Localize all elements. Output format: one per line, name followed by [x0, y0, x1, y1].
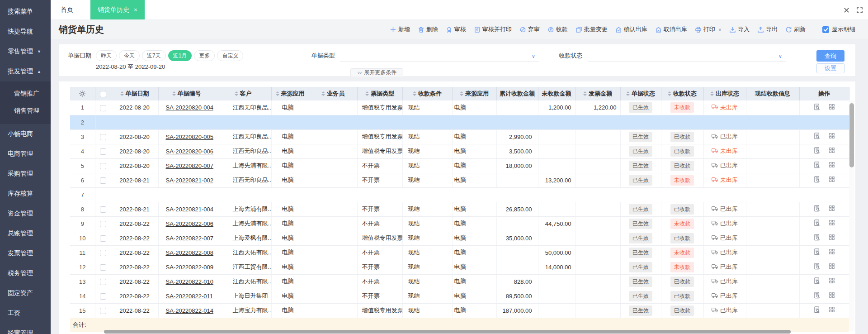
tab-close-icon[interactable]: × — [134, 6, 137, 13]
discard-audit-button[interactable]: 弃审 — [520, 25, 540, 33]
date-preset-3[interactable]: 近1月 — [168, 50, 192, 61]
more-actions-grid-icon[interactable] — [829, 234, 835, 241]
doc-no-link[interactable]: SA-20220822-008 — [166, 249, 214, 256]
column-header-5[interactable]: 票据类型 — [357, 87, 402, 100]
close-window-icon[interactable] — [844, 7, 849, 13]
more-actions-grid-icon[interactable] — [829, 248, 835, 255]
doc-no-link[interactable]: SA-20220820-005 — [166, 134, 214, 140]
column-header-9[interactable]: 未收款金额 — [538, 87, 575, 100]
row-checkbox[interactable] — [100, 163, 106, 169]
view-detail-icon[interactable] — [814, 219, 821, 226]
doc-no-link[interactable]: SA-20220820-004 — [166, 104, 214, 111]
doc-no-link[interactable]: SA-20220822-010 — [166, 278, 214, 285]
row-checkbox[interactable] — [100, 206, 106, 213]
view-detail-icon[interactable] — [814, 176, 821, 183]
sidebar-item-9[interactable]: 库存核算 — [0, 184, 51, 204]
row-checkbox[interactable] — [100, 308, 106, 314]
column-header-13[interactable]: 出库状态 — [703, 87, 746, 100]
column-header-12[interactable]: 收款状态 — [661, 87, 703, 100]
more-actions-grid-icon[interactable] — [829, 205, 835, 212]
view-detail-icon[interactable] — [814, 205, 821, 212]
date-preset-2[interactable]: 近7天 — [142, 50, 166, 61]
fullscreen-icon[interactable] — [857, 7, 863, 13]
view-detail-icon[interactable] — [814, 263, 821, 270]
row-checkbox[interactable] — [100, 177, 106, 184]
row-checkbox[interactable] — [100, 221, 106, 227]
import-button[interactable]: 导入 — [730, 25, 750, 33]
sidebar-item-16[interactable]: 经营管理 — [0, 323, 51, 334]
tab-sales-history[interactable]: 销货单历史 × — [90, 0, 145, 19]
more-actions-grid-icon[interactable] — [829, 133, 835, 139]
sidebar-item-6[interactable]: 小畅电商 — [0, 124, 51, 144]
add-button[interactable]: 新增 — [390, 25, 410, 33]
row-checkbox[interactable] — [100, 279, 106, 285]
select-all-checkbox[interactable] — [100, 91, 106, 97]
date-preset-0[interactable]: 昨天 — [96, 50, 117, 61]
doc-no-link[interactable]: SA-20220821-004 — [166, 206, 214, 213]
table-row-selected[interactable]: 2 — [70, 115, 849, 129]
date-preset-4[interactable]: 更多 — [194, 50, 215, 61]
receive-payment-button[interactable]: 收款 — [548, 25, 568, 33]
column-header-14[interactable]: 现结收款信息 — [746, 87, 799, 100]
column-header-4[interactable]: 业务员 — [309, 87, 357, 100]
column-header-0[interactable]: 单据日期 — [111, 87, 158, 100]
column-header-10[interactable]: 发票金额 — [575, 87, 620, 100]
table-row[interactable]: 42022-08-20SA-20220820-006江西无印良品...电脑增值税… — [70, 144, 849, 158]
column-header-3[interactable]: 来源应用 — [271, 87, 309, 100]
sidebar-item-12[interactable]: 发票管理 — [0, 243, 51, 263]
doc-no-link[interactable]: SA-20220821-002 — [166, 177, 214, 184]
column-settings-header[interactable] — [70, 87, 95, 100]
doc-type-select[interactable]: ∨ — [340, 50, 539, 62]
view-detail-icon[interactable] — [814, 162, 821, 168]
more-actions-grid-icon[interactable] — [829, 292, 835, 299]
table-row[interactable]: 7 — [70, 187, 849, 202]
table-row[interactable]: 12022-08-20SA-20220820-004江西无印良品...电脑增值税… — [70, 100, 849, 115]
view-detail-icon[interactable] — [814, 133, 821, 139]
table-row[interactable]: 122022-08-22SA-20220822-009江西工贸有限...电脑不开… — [70, 260, 849, 274]
column-header-11[interactable]: 单据状态 — [620, 87, 661, 100]
refresh-button[interactable]: 刷新 — [786, 25, 806, 33]
search-button[interactable]: 查询 — [816, 50, 844, 62]
sidebar-item-13[interactable]: 税务管理 — [0, 263, 51, 283]
view-detail-icon[interactable] — [814, 234, 821, 241]
more-actions-grid-icon[interactable] — [829, 162, 835, 168]
row-checkbox[interactable] — [100, 105, 106, 111]
audit-button[interactable]: 审核 — [446, 25, 466, 33]
doc-no-link[interactable]: SA-20220822-011 — [166, 293, 213, 300]
table-row[interactable]: 152022-08-22SA-20220822-014上海宝力有限...电脑增值… — [70, 303, 849, 318]
view-detail-icon[interactable] — [814, 104, 821, 110]
date-preset-1[interactable]: 今天 — [119, 50, 140, 61]
delete-button[interactable]: 删除 — [418, 25, 438, 33]
more-actions-grid-icon[interactable] — [829, 219, 835, 226]
view-detail-icon[interactable] — [814, 248, 821, 255]
sidebar-item-10[interactable]: 资金管理 — [0, 204, 51, 224]
table-row[interactable]: 32022-08-20SA-20220820-005江西无印良品...电脑增值税… — [70, 129, 849, 144]
row-checkbox[interactable] — [100, 293, 106, 300]
doc-no-link[interactable]: SA-20220820-007 — [166, 162, 214, 169]
table-row[interactable]: 52022-08-20SA-20220820-007上海先浦有限...电脑不开票… — [70, 158, 849, 173]
sidebar-item-3[interactable]: 批发管理▲ — [0, 62, 51, 81]
view-detail-icon[interactable] — [814, 292, 821, 299]
table-row[interactable]: 92022-08-22SA-20220822-006上海先浦有限...电脑不开票… — [70, 216, 849, 231]
row-checkbox[interactable] — [100, 148, 106, 155]
view-detail-icon[interactable] — [814, 147, 821, 154]
settings-button[interactable]: 设置 — [816, 63, 844, 73]
row-checkbox[interactable] — [100, 235, 106, 242]
expand-more-conditions[interactable]: ∨∨ 展开更多条件 — [350, 68, 403, 76]
cancel-outbound-button[interactable]: 取消出库 — [656, 25, 687, 33]
batch-change-button[interactable]: 批量变更 — [576, 25, 608, 33]
export-button[interactable]: 导出 — [758, 25, 778, 33]
date-preset-5[interactable]: 自定义 — [217, 50, 243, 61]
sidebar-item-4[interactable]: 营销推广 — [0, 85, 51, 102]
view-detail-icon[interactable] — [814, 306, 821, 313]
table-row[interactable]: 82022-08-21SA-20220821-004上海先浦有限...电脑不开票… — [70, 202, 849, 216]
row-checkbox[interactable] — [100, 250, 106, 256]
table-row[interactable]: 112022-08-22SA-20220822-008江西天佑有限...电脑不开… — [70, 245, 849, 260]
sidebar-item-7[interactable]: 电商管理 — [0, 144, 51, 164]
column-header-2[interactable]: 客户 — [215, 87, 271, 100]
sidebar-item-0[interactable]: 搜索菜单 — [0, 2, 51, 22]
more-actions-grid-icon[interactable] — [829, 147, 835, 154]
show-detail-toggle[interactable]: 显示明细 — [822, 25, 855, 33]
more-actions-grid-icon[interactable] — [829, 176, 835, 183]
horizontal-scrollbar-thumb[interactable] — [104, 330, 791, 334]
